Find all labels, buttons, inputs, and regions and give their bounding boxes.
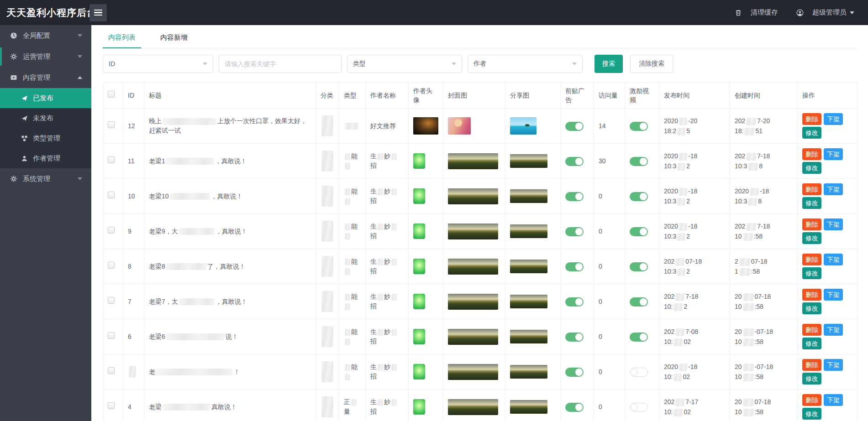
censor-patch xyxy=(345,198,350,205)
title-cell: 老梁9，大，真敢说！ xyxy=(144,214,316,249)
row-checkbox[interactable] xyxy=(108,297,115,304)
row-checkbox[interactable] xyxy=(108,402,115,409)
delete-button[interactable]: 删除 xyxy=(802,113,821,125)
text-fragment: 生 xyxy=(370,328,377,335)
unpublish-button[interactable]: 下架 xyxy=(824,324,843,336)
share-image-cell xyxy=(505,249,561,284)
text-fragment: 5 xyxy=(686,127,690,135)
sidebar-item-author-management[interactable]: 作者管理 xyxy=(0,148,91,168)
delete-button[interactable]: 删除 xyxy=(802,218,821,230)
incentive-video-toggle[interactable] xyxy=(630,333,648,342)
delete-button[interactable]: 删除 xyxy=(802,324,821,336)
row-checkbox[interactable] xyxy=(108,227,115,234)
tab-content-list[interactable]: 内容列表 xyxy=(103,33,141,48)
row-checkbox[interactable] xyxy=(108,332,115,339)
incentive-video-toggle[interactable] xyxy=(630,297,648,307)
admin-menu[interactable]: 超级管理员 xyxy=(796,8,854,17)
edit-button[interactable]: 修改 xyxy=(802,162,821,174)
unpublish-button[interactable]: 下架 xyxy=(824,218,843,230)
incentive-video-toggle[interactable] xyxy=(630,403,648,412)
sidebar-item-global-config[interactable]: 全局配置 xyxy=(0,25,91,46)
share-image xyxy=(510,117,537,135)
edit-button[interactable]: 修改 xyxy=(802,338,821,349)
sidebar-item-system[interactable]: 系统管理 xyxy=(0,168,91,189)
delete-button[interactable]: 删除 xyxy=(802,183,821,195)
pre-ad-toggle[interactable] xyxy=(565,297,584,307)
text-fragment: 10:3 xyxy=(664,233,676,240)
pre-ad-toggle[interactable] xyxy=(565,333,584,342)
pre-ad-toggle[interactable] xyxy=(565,227,584,236)
text-fragment: 2 xyxy=(686,198,690,205)
author-select[interactable]: 作者 xyxy=(468,55,583,73)
header-checkbox-cell xyxy=(103,83,123,109)
edit-button[interactable]: 修改 xyxy=(802,373,821,385)
unpublish-button[interactable]: 下架 xyxy=(824,394,843,406)
type-select[interactable]: 类型 xyxy=(347,55,462,73)
text-fragment: 6 xyxy=(128,333,132,340)
censor-patch xyxy=(378,329,383,336)
share-image xyxy=(510,330,547,343)
clear-cache-button[interactable]: 清理缓存 xyxy=(735,8,778,17)
edit-button[interactable]: 修改 xyxy=(802,127,821,139)
delete-button[interactable]: 删除 xyxy=(802,359,821,371)
sidebar-item-content-management[interactable]: 内容管理 xyxy=(0,67,91,88)
author-name-cell: 生妙招 xyxy=(366,319,409,354)
edit-button[interactable]: 修改 xyxy=(802,302,821,314)
pre-ad-toggle[interactable] xyxy=(565,122,584,131)
unpublish-button[interactable]: 下架 xyxy=(824,113,843,125)
text-fragment: 能 xyxy=(351,187,358,195)
search-button[interactable]: 搜索 xyxy=(594,55,623,73)
incentive-video-toggle[interactable] xyxy=(630,192,648,201)
text-fragment: 10: xyxy=(664,303,673,310)
pre-ad-toggle[interactable] xyxy=(565,192,584,201)
share-image-cell xyxy=(505,109,561,144)
edit-button[interactable]: 修改 xyxy=(802,197,821,209)
hamburger-menu-icon[interactable] xyxy=(89,4,107,21)
edit-button[interactable]: 修改 xyxy=(802,267,821,279)
row-checkbox[interactable] xyxy=(108,121,115,128)
incentive-video-toggle[interactable] xyxy=(630,227,648,236)
clear-search-button[interactable]: 清除搜索 xyxy=(630,55,673,73)
delete-button[interactable]: 删除 xyxy=(802,289,821,301)
pre-ad-toggle[interactable] xyxy=(565,262,584,271)
id-select[interactable]: ID xyxy=(103,55,213,73)
unpublish-button[interactable]: 下架 xyxy=(824,254,843,265)
text-fragment: 好文推荐 xyxy=(370,122,396,130)
delete-button[interactable]: 删除 xyxy=(802,148,821,160)
delete-button[interactable]: 删除 xyxy=(802,394,821,406)
sidebar-item-unpublished[interactable]: 未发布 xyxy=(0,108,91,128)
incentive-video-toggle[interactable] xyxy=(630,122,648,131)
incentive-video-toggle[interactable] xyxy=(630,368,648,377)
edit-button[interactable]: 修改 xyxy=(802,232,821,244)
text-fragment: 202 xyxy=(664,293,674,300)
text-fragment: 能 xyxy=(351,223,358,230)
delete-button[interactable]: 删除 xyxy=(802,254,821,265)
pre-ad-toggle[interactable] xyxy=(565,403,584,412)
edit-button[interactable]: 修改 xyxy=(802,408,821,420)
incentive-video-toggle[interactable] xyxy=(630,157,648,166)
author-avatar-image xyxy=(413,399,425,415)
pre-ad-toggle[interactable] xyxy=(565,157,584,166)
keyword-input[interactable] xyxy=(219,55,342,73)
tab-content-add[interactable]: 内容新增 xyxy=(155,33,193,48)
row-checkbox[interactable] xyxy=(108,156,115,163)
type-cell: 能 xyxy=(339,249,366,284)
row-checkbox[interactable] xyxy=(108,262,115,269)
sidebar-item-published[interactable]: 已发布 xyxy=(0,88,91,108)
unpublish-button[interactable]: 下架 xyxy=(824,289,843,301)
sidebar-item-label: 内容管理 xyxy=(23,73,78,82)
timestamp-line: 10:58 xyxy=(735,372,793,382)
unpublish-button[interactable]: 下架 xyxy=(824,359,843,371)
sidebar-item-operations[interactable]: 运营管理 xyxy=(0,46,91,67)
censor-patch xyxy=(677,163,685,171)
row-checkbox[interactable] xyxy=(108,367,115,374)
unpublish-button[interactable]: 下架 xyxy=(824,183,843,195)
incentive-video-toggle[interactable] xyxy=(630,262,648,271)
select-all-checkbox[interactable] xyxy=(108,91,115,98)
censor-patch xyxy=(170,193,210,200)
globe-icon xyxy=(10,32,17,39)
sidebar-item-type-management[interactable]: 类型管理 xyxy=(0,128,91,148)
pre-ad-toggle[interactable] xyxy=(565,368,584,377)
unpublish-button[interactable]: 下架 xyxy=(824,148,843,160)
row-checkbox[interactable] xyxy=(108,192,115,198)
